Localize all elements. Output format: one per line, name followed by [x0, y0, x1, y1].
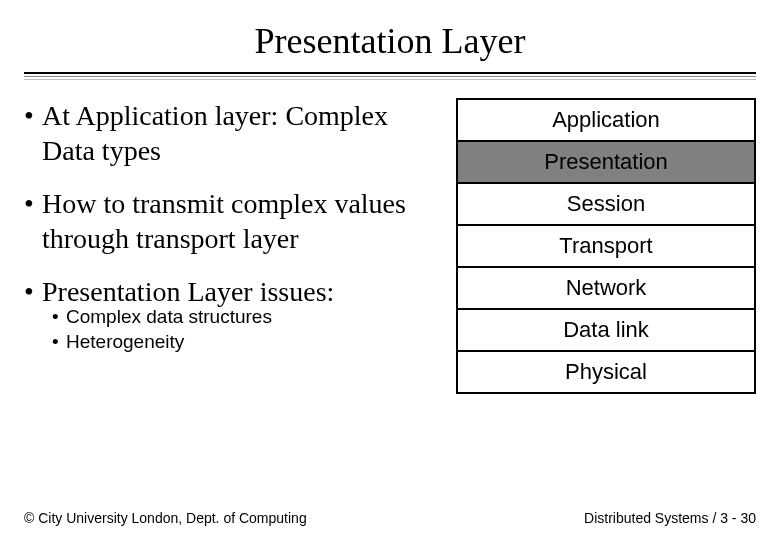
layer-application: Application	[458, 100, 754, 142]
bullet-3-text: Presentation Layer issues:	[42, 274, 334, 309]
subpoint-2: • Heterogeneity	[52, 330, 428, 355]
footer-left: © City University London, Dept. of Compu…	[24, 510, 307, 526]
layer-presentation: Presentation	[458, 142, 754, 184]
bullet-3: • Presentation Layer issues:	[24, 274, 428, 309]
bullet-2-text: How to transmit complex values through t…	[42, 186, 428, 256]
layer-session: Session	[458, 184, 754, 226]
subpoint-2-text: Heterogeneity	[66, 330, 184, 355]
layer-network: Network	[458, 268, 754, 310]
layer-physical: Physical	[458, 352, 754, 394]
footer-right: Distributed Systems / 3 - 30	[584, 510, 756, 526]
layer-stack: Application Presentation Session Transpo…	[456, 98, 756, 394]
bullet-2: • How to transmit complex values through…	[24, 186, 428, 256]
layer-transport: Transport	[458, 226, 754, 268]
layer-datalink: Data link	[458, 310, 754, 352]
bullet-dot-icon: •	[24, 98, 42, 168]
bullet-dot-icon: •	[24, 186, 42, 256]
footer: © City University London, Dept. of Compu…	[24, 510, 756, 526]
bullet-dot-icon: •	[52, 305, 66, 330]
subpoint-1-text: Complex data structures	[66, 305, 272, 330]
bullet-dot-icon: •	[52, 330, 66, 355]
subpoints: • Complex data structures • Heterogeneit…	[52, 305, 428, 354]
subpoint-1: • Complex data structures	[52, 305, 428, 330]
left-column: • At Application layer: Complex Data typ…	[24, 98, 428, 394]
bullet-1: • At Application layer: Complex Data typ…	[24, 98, 428, 168]
divider	[24, 72, 756, 80]
bullet-dot-icon: •	[24, 274, 42, 309]
slide: Presentation Layer • At Application laye…	[0, 0, 780, 540]
bullet-1-text: At Application layer: Complex Data types	[42, 98, 428, 168]
page-title: Presentation Layer	[24, 20, 756, 62]
osi-layers: Application Presentation Session Transpo…	[456, 98, 756, 394]
content-body: • At Application layer: Complex Data typ…	[24, 98, 756, 394]
